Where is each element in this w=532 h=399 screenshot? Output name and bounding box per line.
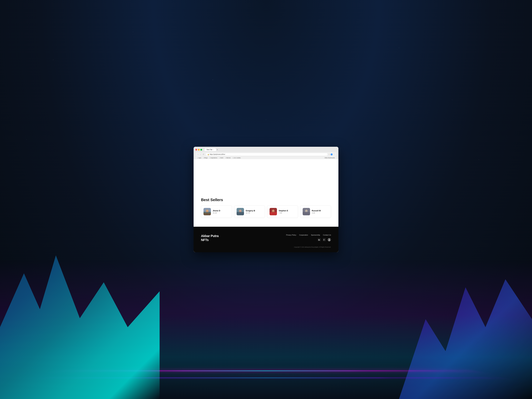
seller-card-gregory[interactable]: Gregory B 12.7K bbox=[234, 205, 265, 218]
footer: Akbar Putra NFTs Privacy Policy Cooperat… bbox=[194, 227, 338, 252]
seller-info-russell: Russell M 4.2K bbox=[312, 209, 321, 214]
footer-copyright: Copyright © 2024 akbarputra fluxysdigita… bbox=[201, 246, 331, 248]
footer-brand: Akbar Putra NFTs bbox=[201, 234, 219, 242]
active-tab[interactable]: New Tab × bbox=[204, 148, 216, 151]
bookmark-apps-label: Apps bbox=[198, 157, 201, 158]
best-sellers-title: Best Sellers bbox=[201, 198, 331, 202]
svg-point-26 bbox=[329, 239, 330, 240]
copyright-text: Copyright © 2024 akbarputra fluxysdigita… bbox=[294, 246, 331, 248]
bookmark-lol-guides-icon: □ bbox=[233, 157, 233, 158]
seller-card-stephen[interactable]: Stephen E 7.9K bbox=[267, 205, 298, 218]
seller-value-gregory: 12.7K bbox=[246, 212, 255, 214]
seller-card-jhone[interactable]: Jhone D 15.2K bbox=[201, 205, 232, 218]
seller-value-stephen: 7.9K bbox=[279, 212, 288, 214]
new-tab-button[interactable]: + bbox=[217, 149, 218, 151]
seller-avatar-stephen bbox=[270, 208, 277, 215]
maximize-window-button[interactable] bbox=[200, 149, 202, 151]
other-bookmarks[interactable]: Other Bookmarks bbox=[324, 157, 335, 158]
footer-links: Privacy Policy Cooperation Sponsorship C… bbox=[286, 234, 331, 236]
bookmark-work-label: Work bbox=[220, 157, 223, 158]
seller-avatar-gregory bbox=[237, 208, 244, 215]
bookmark-blogs-label: Blogs bbox=[204, 157, 208, 158]
brand-line1: Akbar Putra bbox=[201, 234, 219, 238]
bookmark-memes[interactable]: □ Memes bbox=[225, 157, 231, 158]
facebook-icon[interactable]: f bbox=[323, 238, 326, 241]
browser-window: New Tab × + ‹ › ↺ 🔒 https://polytronev.i… bbox=[194, 147, 338, 252]
browser-chrome: New Tab × + ‹ › ↺ 🔒 https://polytronev.i… bbox=[194, 147, 338, 159]
hero-section bbox=[194, 159, 338, 193]
footer-link-cooperation[interactable]: Cooperation bbox=[299, 234, 308, 236]
page-content: Best Sellers bbox=[194, 159, 338, 252]
bookmark-inspirations-label: Inspirations bbox=[211, 157, 217, 158]
bookmark-work[interactable]: □ Work bbox=[219, 157, 223, 158]
seller-name-jhone: Jhone D bbox=[213, 209, 220, 212]
seller-card-russell[interactable]: Russell M 4.2K bbox=[300, 205, 331, 218]
seller-value-jhone: 15.2K bbox=[213, 212, 220, 214]
bookmark-work-icon: □ bbox=[219, 157, 220, 158]
svg-text:in: in bbox=[318, 239, 320, 241]
seller-value-russell: 4.2K bbox=[312, 212, 321, 214]
bookmark-blogs-icon: □ bbox=[203, 157, 204, 158]
github-icon[interactable] bbox=[328, 238, 331, 241]
svg-rect-17 bbox=[303, 212, 310, 215]
tab-bar: New Tab × + bbox=[204, 148, 218, 151]
best-sellers-section: Best Sellers bbox=[194, 193, 338, 227]
bookmark-inspirations[interactable]: □ Inspirations bbox=[209, 157, 217, 158]
address-bar[interactable]: 🔒 https://polytronev.id/foxr bbox=[206, 153, 327, 156]
tab-close-button[interactable]: × bbox=[213, 149, 214, 151]
footer-brand-name: Akbar Putra NFTs bbox=[201, 234, 219, 242]
menu-button[interactable]: ⋮ bbox=[333, 153, 335, 155]
address-bar-row: ‹ › ↺ 🔒 https://polytronev.id/foxr ☆ ⋮ bbox=[195, 152, 337, 157]
close-window-button[interactable] bbox=[195, 149, 197, 151]
svg-rect-5 bbox=[206, 212, 209, 212]
brand-line2: NFTs bbox=[201, 238, 209, 242]
browser-titlebar: New Tab × + bbox=[195, 148, 337, 151]
linkedin-icon[interactable]: in bbox=[317, 238, 321, 241]
back-button[interactable]: ‹ bbox=[197, 153, 199, 156]
bookmark-memes-icon: □ bbox=[225, 157, 226, 158]
minimize-window-button[interactable] bbox=[198, 149, 200, 151]
footer-social: in f bbox=[317, 238, 331, 241]
footer-link-contact[interactable]: Contact Us bbox=[323, 234, 331, 236]
bookmark-lol-guides[interactable]: □ LOL Guides bbox=[233, 157, 241, 158]
bookmark-blogs[interactable]: □ Blogs bbox=[203, 157, 208, 158]
svg-point-19 bbox=[305, 210, 307, 211]
profile-circle[interactable] bbox=[331, 153, 333, 155]
svg-point-9 bbox=[239, 210, 241, 211]
bookmark-star-button[interactable]: ☆ bbox=[329, 153, 330, 155]
sellers-grid: Jhone D 15.2K bbox=[201, 205, 331, 218]
bookmark-apps[interactable]: □ Apps bbox=[197, 157, 201, 158]
forward-button[interactable]: › bbox=[200, 153, 201, 156]
seller-name-russell: Russell M bbox=[312, 209, 321, 212]
footer-link-privacy[interactable]: Privacy Policy bbox=[286, 234, 296, 236]
svg-point-4 bbox=[206, 210, 208, 211]
svg-rect-7 bbox=[237, 212, 244, 215]
nav-buttons: ‹ › ↺ bbox=[197, 153, 205, 156]
svg-rect-12 bbox=[270, 212, 277, 215]
footer-link-sponsorship[interactable]: Sponsorship bbox=[311, 234, 320, 236]
seller-avatar-russell bbox=[303, 208, 310, 215]
bookmark-memes-label: Memes bbox=[226, 157, 231, 158]
tab-title: New Tab bbox=[207, 149, 212, 151]
svg-rect-15 bbox=[272, 212, 275, 212]
traffic-lights bbox=[195, 149, 202, 151]
seller-info-jhone: Jhone D 15.2K bbox=[213, 209, 220, 214]
footer-inner: Akbar Putra NFTs Privacy Policy Cooperat… bbox=[201, 234, 331, 242]
browser-actions: ☆ ⋮ bbox=[329, 153, 335, 155]
seller-info-stephen: Stephen E 7.9K bbox=[279, 209, 288, 214]
bookmark-apps-icon: □ bbox=[197, 157, 198, 158]
footer-nav: Privacy Policy Cooperation Sponsorship C… bbox=[286, 234, 331, 241]
mountain-right-decoration bbox=[399, 239, 532, 399]
lock-icon: 🔒 bbox=[208, 154, 209, 155]
bookmark-inspirations-icon: □ bbox=[209, 157, 210, 158]
url-text: https://polytronev.id/foxr bbox=[210, 153, 225, 155]
seller-name-gregory: Gregory B bbox=[246, 209, 255, 212]
bookmarks-bar: □ Apps □ Blogs □ Inspirations □ Work □ M… bbox=[195, 157, 337, 159]
svg-text:f: f bbox=[324, 239, 324, 241]
reload-button[interactable]: ↺ bbox=[202, 153, 205, 156]
bookmark-lol-guides-label: LOL Guides bbox=[234, 157, 241, 158]
seller-avatar-jhone bbox=[203, 208, 211, 215]
seller-name-stephen: Stephen E bbox=[279, 209, 288, 212]
seller-info-gregory: Gregory B 12.7K bbox=[246, 209, 255, 214]
svg-point-14 bbox=[272, 210, 274, 211]
